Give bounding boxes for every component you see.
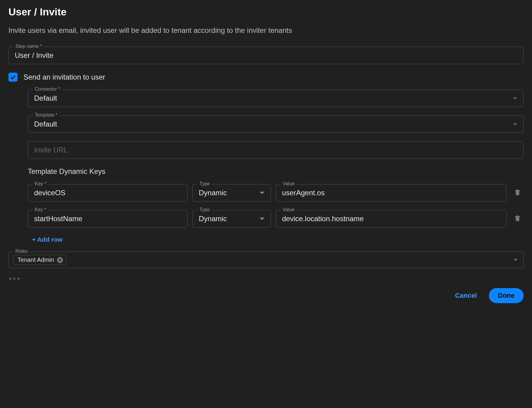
chevron-down-icon [260,192,264,194]
page-title: User / Invite [8,6,524,18]
send-invitation-checkbox[interactable] [8,73,17,82]
dynamic-value-input[interactable]: Value device.location.hostname [276,210,507,228]
template-value: Default [34,120,510,128]
dynamic-type-value: Dynamic [199,215,257,223]
dynamic-key-input[interactable]: Key * startHostName [28,210,188,228]
chevron-down-icon [260,218,264,220]
dynamic-value-value: userAgent.os [282,189,500,197]
delete-row-button[interactable] [514,214,521,224]
role-chip: Tenant Admin [13,255,66,265]
close-icon [59,259,62,262]
add-row-button[interactable]: + Add row [32,236,524,243]
connector-value: Default [34,94,510,102]
dynamic-key-label: Key * [33,207,48,212]
invite-url-placeholder: Invite URL [34,146,517,154]
step-name-label: Step name * [14,44,44,49]
send-invitation-label: Send an invitation to user [24,73,105,81]
roles-select[interactable]: Roles Tenant Admin [8,252,524,268]
check-icon [10,74,16,80]
dynamic-key-value: deviceOS [34,189,181,197]
connector-select[interactable]: Connector * Default [28,89,524,107]
page-subtitle: Invite users via email, invited user wil… [8,26,524,35]
done-button[interactable]: Done [489,288,524,303]
template-label: Template * [33,112,59,118]
dynamic-key-row: Key * deviceOS Type Dynamic Value userAg… [28,184,524,202]
dialog-footer: Cancel Done [8,283,524,307]
role-chip-label: Tenant Admin [17,256,54,263]
dynamic-type-label: Type [198,181,212,187]
dynamic-type-value: Dynamic [199,189,257,197]
template-select[interactable]: Template * Default [28,115,524,133]
invite-url-field[interactable]: Invite URL [28,141,524,159]
dynamic-key-value: startHostName [34,215,181,223]
dynamic-type-select[interactable]: Type Dynamic [192,184,271,202]
chevron-down-icon [513,123,517,125]
truncated-next-field: A li ti [8,277,524,280]
dynamic-value-input[interactable]: Value userAgent.os [276,184,507,202]
step-name-field[interactable]: Step name * User / Invite [8,47,524,64]
dynamic-value-label: Value [281,207,296,212]
dynamic-value-label: Value [281,181,296,187]
remove-chip-button[interactable] [57,257,63,263]
connector-label: Connector * [33,86,62,92]
dynamic-value-value: device.location.hostname [282,215,500,223]
roles-label: Roles [14,249,30,254]
delete-row-button[interactable] [514,188,521,198]
step-name-value: User / Invite [15,51,517,60]
trash-icon [514,188,521,196]
dynamic-type-select[interactable]: Type Dynamic [192,210,271,228]
dynamic-key-input[interactable]: Key * deviceOS [28,184,188,202]
dynamic-key-label: Key * [33,181,48,187]
cancel-button[interactable]: Cancel [452,288,480,303]
chevron-down-icon [514,259,518,261]
chevron-down-icon [513,97,517,99]
dynamic-key-row: Key * startHostName Type Dynamic Value d… [28,210,524,228]
dynamic-type-label: Type [198,207,212,212]
trash-icon [514,214,521,222]
template-dynamic-keys-heading: Template Dynamic Keys [28,167,524,176]
